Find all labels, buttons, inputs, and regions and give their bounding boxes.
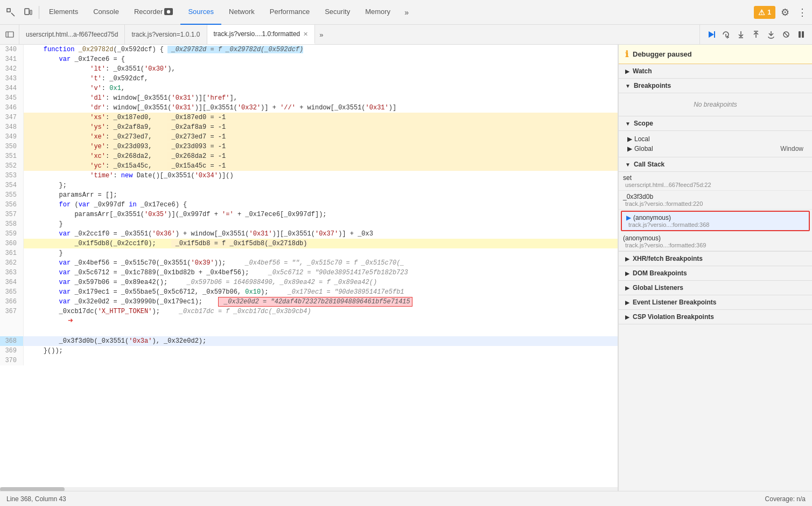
- file-tab-close-btn[interactable]: ✕: [303, 31, 308, 38]
- csp-section-header[interactable]: ▶ CSP Violation Breakpoints: [619, 310, 812, 324]
- callstack-fn-anonymous-2: (anonymous): [623, 234, 661, 242]
- main-nav-tabs: Elements Console Recorder ⏺ Sources Netw…: [41, 0, 398, 25]
- table-row: 367 _0xcb17dc('X_HTTP_TOKEN'); _0xcb17dc…: [0, 307, 618, 336]
- top-toolbar: Elements Console Recorder ⏺ Sources Netw…: [0, 0, 812, 25]
- sidebar-toggle-btn[interactable]: [0, 25, 19, 44]
- table-row: 363 var _0x5c6712 = _0x1c7889(_0x1bd82b …: [0, 268, 618, 278]
- table-row: 359 var _0x2cc1f0 = _0x3551('0x36') + wi…: [0, 229, 618, 239]
- watch-section-header[interactable]: ▶ Watch: [619, 64, 812, 79]
- dom-triangle-icon: ▶: [625, 271, 629, 276]
- scope-global-label: Global: [634, 145, 653, 153]
- debugger-paused-banner: ℹ Debugger paused: [619, 45, 812, 64]
- csp-triangle-icon: ▶: [625, 314, 629, 320]
- recorder-icon: ⏺: [164, 8, 173, 15]
- svg-rect-3: [6, 32, 13, 37]
- callstack-label: Call Stack: [634, 161, 664, 168]
- more-tabs-btn[interactable]: »: [398, 4, 415, 21]
- file-tab-trackjs-formatted[interactable]: track.js?versio....1.0:formatted ✕: [207, 25, 316, 44]
- toolbar-right: ⚠ 1 ⚙ ⋮: [754, 5, 810, 20]
- debugger-paused-label: Debugger paused: [633, 50, 692, 58]
- table-row: 361 }: [0, 248, 618, 258]
- tab-recorder[interactable]: Recorder ⏺: [127, 0, 180, 25]
- table-row: 364 var _0x597b06 = _0x89ea42(); _0x597b…: [0, 278, 618, 287]
- csp-label: CSP Violation Breakpoints: [633, 313, 714, 321]
- callstack-item-3f3d0b[interactable]: _0x3f3d0b track.js?versio.:formatted:220: [619, 191, 812, 210]
- table-row: 356 for (var _0x997df in _0x17ece6) {: [0, 200, 618, 210]
- table-row: 357 paramsArr[_0x3551('0x35')](_0x997df …: [0, 210, 618, 219]
- event-listener-section-header[interactable]: ▶ Event Listener Breakpoints: [619, 295, 812, 310]
- callstack-fn-set: set: [623, 174, 632, 182]
- tab-security[interactable]: Security: [317, 0, 358, 25]
- settings-btn[interactable]: ⚙: [778, 5, 793, 20]
- file-debug-row: userscript.html...a-f667feecd75d track.j…: [0, 25, 812, 45]
- table-row: 347 'xs': _0x187ed0, _0x187ed0 = -1: [0, 113, 618, 122]
- breakpoints-section-header[interactable]: ▼ Breakpoints: [619, 79, 812, 93]
- callstack-triangle-icon: ▼: [625, 162, 631, 168]
- table-row: 351 'xc': _0x268da2, _0x268da2 = -1: [0, 151, 618, 161]
- event-listener-triangle-icon: ▶: [625, 300, 629, 306]
- tab-memory[interactable]: Memory: [358, 0, 398, 25]
- scope-global-item[interactable]: ▶ Global Window: [627, 144, 803, 154]
- scope-triangle-icon: ▼: [625, 121, 631, 127]
- dom-label: DOM Breakpoints: [633, 269, 687, 277]
- scope-local-triangle: ▶: [627, 135, 632, 143]
- svg-rect-15: [799, 31, 801, 38]
- callstack-item-anonymous-2[interactable]: (anonymous) track.js?versio...:formatted…: [619, 232, 812, 251]
- step-over-btn[interactable]: [719, 28, 732, 41]
- callstack-section-header[interactable]: ▼ Call Stack: [619, 157, 812, 172]
- file-tabs-more-btn[interactable]: »: [315, 31, 327, 39]
- step-out-btn[interactable]: [750, 28, 762, 41]
- xhr-label: XHR/fetch Breakpoints: [633, 255, 703, 262]
- breakpoints-label: Breakpoints: [634, 82, 671, 89]
- file-tabs-area: userscript.html...a-f667feecd75d track.j…: [19, 25, 699, 44]
- table-row: 370: [0, 356, 618, 365]
- callstack-item-set[interactable]: set userscript.html...667feecd75d:22: [619, 172, 812, 191]
- table-row: 353 'time': new Date()[_0x3551('0x34')](…: [0, 171, 618, 181]
- global-listeners-label: Global Listeners: [633, 284, 683, 292]
- file-tab-trackjs-formatted-label: track.js?versio....1.0:formatted: [214, 30, 300, 38]
- cursor-position: Line 368, Column 43: [6, 495, 66, 503]
- tab-elements[interactable]: Elements: [41, 0, 86, 25]
- callstack-loc-set: userscript.html...667feecd75d:22: [623, 182, 808, 188]
- right-panel: ℹ Debugger paused ▶ Watch ▼ Breakpoints …: [618, 45, 812, 491]
- callstack-loc-3f3d0b: track.js?versio.:formatted:220: [623, 200, 808, 207]
- table-row: 366 var _0x32e0d2 = _0x39990b(_0x179ec1)…: [0, 297, 618, 307]
- scope-local-item[interactable]: ▶ Local: [627, 134, 803, 144]
- table-row: 358 }: [0, 219, 618, 229]
- file-tab-trackjs[interactable]: track.js?version=1.0.1.0: [125, 25, 207, 44]
- step-btn[interactable]: [765, 28, 778, 41]
- tab-performance[interactable]: Performance: [262, 0, 317, 25]
- inspect-element-btn[interactable]: [2, 4, 19, 21]
- tab-console[interactable]: Console: [86, 0, 127, 25]
- device-toggle-btn[interactable]: [19, 4, 37, 21]
- table-row: 354 };: [0, 181, 618, 190]
- table-row: 368 _0x3f3d0b(_0x3551('0x3a'), _0x32e0d2…: [0, 336, 618, 346]
- toolbar-divider-1: [39, 6, 39, 19]
- issues-badge-btn[interactable]: ⚠ 1: [754, 6, 775, 19]
- more-options-btn[interactable]: ⋮: [795, 5, 810, 20]
- resume-btn[interactable]: [704, 28, 717, 41]
- scope-label: Scope: [634, 120, 653, 127]
- global-listeners-section-header[interactable]: ▶ Global Listeners: [619, 281, 812, 295]
- watch-triangle-icon: ▶: [625, 68, 629, 74]
- deactivate-breakpoints-btn[interactable]: [780, 28, 793, 41]
- svg-rect-0: [7, 9, 10, 12]
- tab-network[interactable]: Network: [221, 0, 262, 25]
- svg-rect-1: [25, 9, 29, 15]
- dom-section-header[interactable]: ▶ DOM Breakpoints: [619, 266, 812, 281]
- step-into-btn[interactable]: [734, 28, 747, 41]
- xhr-section-header[interactable]: ▶ XHR/fetch Breakpoints: [619, 252, 812, 266]
- callstack-loc-anonymous-1: track.js?versio...:formatted:368: [626, 221, 804, 228]
- file-tab-userscript[interactable]: userscript.html...a-f667feecd75d: [19, 25, 125, 44]
- table-row: 362 var _0x4bef56 = _0x515c70(_0x3551('0…: [0, 258, 618, 268]
- callstack-item-anonymous-1[interactable]: ▶ (anonymous) track.js?versio...:formatt…: [621, 211, 810, 231]
- code-editor[interactable]: 340 function _0x29782d(_0x592dcf) { _0x2…: [0, 45, 618, 487]
- pause-on-exception-btn[interactable]: [795, 28, 808, 41]
- coverage-status: Coverage: n/a: [765, 495, 806, 503]
- debug-controls: [699, 25, 812, 44]
- table-row: 352 'yc': _0x15a45c, _0x15a45c = -1: [0, 161, 618, 171]
- scope-section-header[interactable]: ▼ Scope: [619, 116, 812, 131]
- main-layout: 340 function _0x29782d(_0x592dcf) { _0x2…: [0, 45, 812, 491]
- breakpoints-triangle-icon: ▼: [625, 83, 631, 89]
- tab-sources[interactable]: Sources: [180, 0, 221, 25]
